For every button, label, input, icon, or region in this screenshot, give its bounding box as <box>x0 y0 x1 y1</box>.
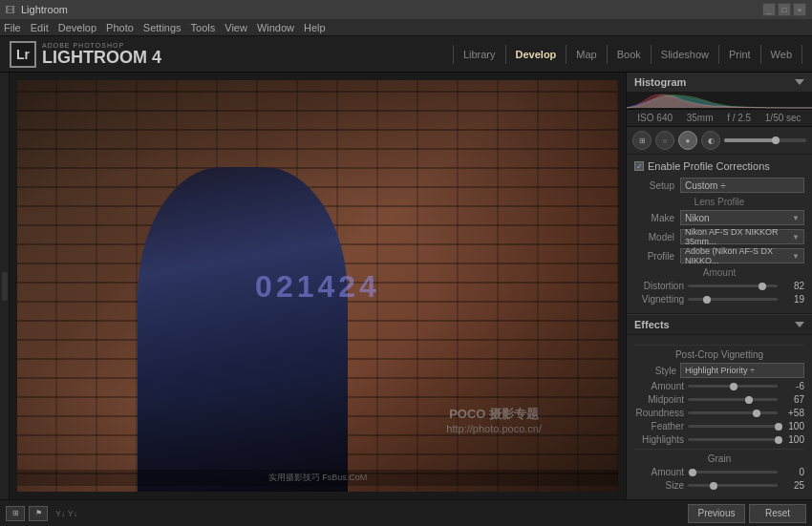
profile-label: Profile <box>634 251 680 262</box>
setup-row: Setup Custom ÷ <box>634 178 804 193</box>
module-print[interactable]: Print <box>719 45 761 64</box>
make-dropdown[interactable]: Nikon ▼ <box>680 210 804 225</box>
logo-text: ADOBE PHOTOSHOP LIGHTROOM 4 <box>42 42 161 66</box>
module-book[interactable]: Book <box>608 45 652 64</box>
tool-slider-thumb[interactable] <box>772 137 780 144</box>
left-panel-handle[interactable] <box>2 272 8 301</box>
model-arrow: ▼ <box>792 233 800 242</box>
menu-tools[interactable]: Tools <box>191 22 216 33</box>
grain-size-value: 25 <box>781 480 804 491</box>
menu-photo[interactable]: Photo <box>106 22 134 33</box>
window-controls: _ □ × <box>762 3 806 16</box>
module-web[interactable]: Web <box>761 45 802 64</box>
app-title: Lightroom <box>21 4 68 15</box>
menu-edit[interactable]: Edit <box>31 22 49 33</box>
main-content: 021424 POCO 摄影专题 http://photo.poco.cn/ 实… <box>0 73 812 499</box>
midpoint-value: 67 <box>781 394 804 405</box>
model-dropdown[interactable]: Nikon AF-S DX NIKKOR 35mm... ▼ <box>680 229 804 244</box>
module-develop[interactable]: Develop <box>506 45 567 64</box>
distortion-slider[interactable] <box>688 284 778 287</box>
module-library[interactable]: Library <box>453 45 506 64</box>
make-label: Make <box>634 213 680 223</box>
module-map[interactable]: Map <box>566 45 607 64</box>
grain-size-thumb[interactable] <box>710 482 717 490</box>
lens-profile-header: Lens Profile <box>634 197 804 207</box>
filmstrip-flag-btn[interactable]: ⚑ <box>29 506 48 521</box>
effects-title: Effects <box>634 319 670 330</box>
histogram-area <box>627 93 812 109</box>
logo-lr: Lr <box>10 41 36 68</box>
lens-correction-content: ✓ Enable Profile Corrections Setup Custo… <box>627 155 812 313</box>
redeye-tool[interactable]: ● <box>678 131 697 150</box>
highlights-value: 100 <box>781 434 804 445</box>
module-picker: Library Develop Map Book Slideshow Print… <box>453 45 802 64</box>
tool-slider[interactable] <box>724 138 806 142</box>
feather-slider[interactable] <box>688 425 778 428</box>
highlights-slider[interactable] <box>688 438 778 441</box>
post-crop-title: Post-Crop Vignetting <box>634 345 804 360</box>
roundness-row: Roundness +58 <box>634 408 804 418</box>
profile-dropdown[interactable]: Adobe (Nikon AF-S DX NIKKO... ▼ <box>680 248 804 263</box>
bottom-watermark: 实用摄影技巧 FsBus.CoM <box>17 470 618 486</box>
distortion-label: Distortion <box>634 281 684 291</box>
spot-tool[interactable]: ○ <box>655 131 674 150</box>
histogram-chart <box>627 93 812 109</box>
distortion-thumb[interactable] <box>759 283 766 290</box>
module-slideshow[interactable]: Slideshow <box>652 45 719 64</box>
feather-label: Feather <box>634 421 684 431</box>
menu-develop[interactable]: Develop <box>58 22 96 33</box>
gradient-tool[interactable]: ◐ <box>701 131 720 150</box>
midpoint-slider[interactable] <box>688 398 778 401</box>
feather-row: Feather 100 <box>634 421 804 431</box>
effects-header: Effects <box>627 314 812 335</box>
grain-size-slider[interactable] <box>688 484 778 487</box>
grain-size-row: Size 25 <box>634 480 804 491</box>
grain-amount-row: Amount 0 <box>634 467 804 477</box>
amount-label2: Amount <box>634 381 684 391</box>
crop-tool[interactable]: ⊞ <box>632 131 652 150</box>
previous-button[interactable]: Previous <box>688 504 745 523</box>
lens-correction-section: ✓ Enable Profile Corrections Setup Custo… <box>627 155 812 314</box>
amount-thumb[interactable] <box>730 383 737 390</box>
style-label: Style <box>634 366 680 376</box>
vignetting-thumb[interactable] <box>703 296 711 304</box>
menu-settings[interactable]: Settings <box>143 22 182 33</box>
poco-title: POCO 摄影专题 <box>446 406 542 423</box>
setup-dropdown[interactable]: Custom ÷ <box>680 178 804 193</box>
roundness-thumb[interactable] <box>753 410 760 417</box>
grain-amount-thumb[interactable] <box>689 469 696 476</box>
close-button[interactable]: × <box>793 3 806 16</box>
menu-bar: File Edit Develop Photo Settings Tools V… <box>0 19 812 36</box>
minimize-button[interactable]: _ <box>762 3 776 16</box>
filmstrip-info: Y↓ Y↓ <box>55 509 77 518</box>
highlights-thumb[interactable] <box>775 436 782 444</box>
distortion-value: 82 <box>781 281 804 291</box>
style-dropdown[interactable]: Highlight Priority ÷ <box>680 363 804 378</box>
vignetting-slider[interactable] <box>688 298 778 301</box>
roundness-slider[interactable] <box>688 411 778 414</box>
amount-slider[interactable] <box>688 385 778 388</box>
histogram-collapse[interactable] <box>795 79 804 85</box>
effects-collapse[interactable] <box>795 322 804 327</box>
menu-help[interactable]: Help <box>304 22 326 33</box>
feather-thumb[interactable] <box>775 423 782 431</box>
menu-file[interactable]: File <box>4 22 21 33</box>
filmstrip-view-btn[interactable]: ⊞ <box>6 506 25 521</box>
exif-bar: ISO 640 35mm f / 2.5 1/50 sec <box>627 109 812 127</box>
tool-slider-fill <box>724 138 774 142</box>
reset-button[interactable]: Reset <box>749 504 806 523</box>
effects-content: Post-Crop Vignetting Style Highlight Pri… <box>627 335 812 499</box>
midpoint-thumb[interactable] <box>745 396 753 404</box>
menu-view[interactable]: View <box>224 22 247 33</box>
enable-profile-checkbox[interactable]: ✓ <box>634 161 644 171</box>
exif-focal: 35mm <box>687 113 714 123</box>
maximize-button[interactable]: □ <box>778 3 791 16</box>
amount-value: -6 <box>781 381 804 391</box>
menu-window[interactable]: Window <box>257 22 294 33</box>
grain-amount-slider[interactable] <box>688 471 778 473</box>
lightroom-label: LIGHTROOM 4 <box>42 49 161 66</box>
roundness-value: +58 <box>781 408 804 418</box>
watermark-text: 021424 <box>255 268 380 304</box>
left-panel <box>0 73 10 499</box>
roundness-label: Roundness <box>634 408 684 418</box>
